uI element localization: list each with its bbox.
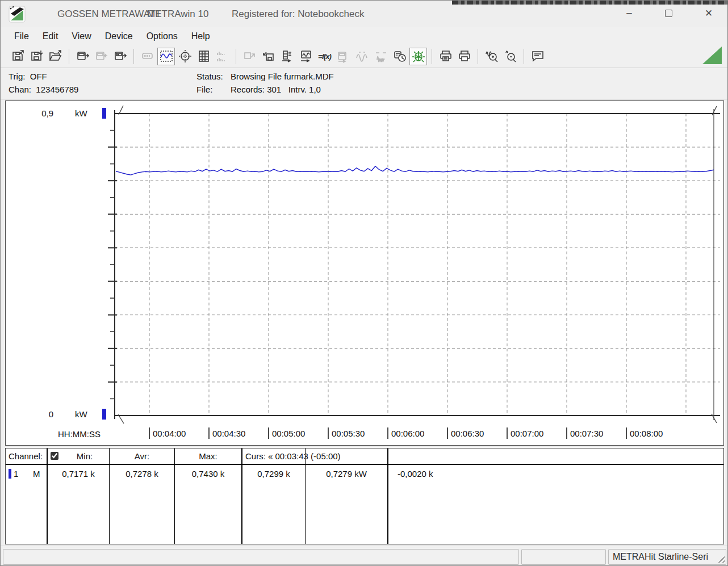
open-file-icon[interactable] [47, 48, 64, 65]
chart-panel: 00:04:0000:04:3000:05:0000:05:3000:06:00… [5, 100, 724, 446]
resize-grip[interactable] [716, 554, 725, 563]
connected-device-label: METRAHit Starline-Seri [613, 552, 708, 562]
print-icon[interactable] [455, 48, 473, 65]
device-monitor-icon[interactable] [297, 48, 315, 65]
time-settings-icon[interactable] [391, 48, 408, 65]
yt-chart-icon[interactable] [157, 48, 175, 65]
gossen-metrawatt-logo-icon [9, 6, 26, 23]
toolbar-separator [133, 49, 134, 64]
close-button[interactable]: ✕ [696, 1, 722, 26]
table-divider [387, 448, 388, 544]
read-device-memory-icon[interactable] [111, 48, 129, 65]
y-axis-min-unit: kW [75, 409, 87, 419]
y-axis-max-label: 0,9 [33, 108, 53, 118]
channel-status: Chan: 123456789 [9, 85, 78, 94]
toolbar: =f(x) [1, 45, 727, 68]
status-bar: METRAHit Starline-Seri [1, 546, 727, 566]
pulse-view-icon [372, 48, 390, 65]
x-tick-label: 00:06:00 [391, 429, 424, 438]
print-preview-icon[interactable] [437, 48, 454, 65]
status-value: Browsing File furmark.MDF [231, 72, 334, 81]
menu-file[interactable]: File [7, 30, 36, 43]
debug-bug-icon[interactable] [409, 48, 427, 65]
statusbar-device-panel: METRAHit Starline-Seri [608, 549, 726, 565]
table-divider [241, 448, 242, 544]
x-axis-format-label: HH:MM:SS [58, 429, 101, 439]
menu-view[interactable]: View [65, 30, 98, 43]
brand-title: GOSSEN METRAWATT [57, 9, 161, 20]
maximize-icon [665, 10, 672, 17]
measurement-table: Channel: Min: Avr: Max: Curs: « 00:03:43… [5, 448, 724, 544]
minimize-button[interactable]: – [616, 1, 642, 26]
device-values-icon[interactable] [278, 48, 296, 65]
menu-help[interactable]: Help [185, 30, 217, 43]
x-tick-label: 00:04:30 [212, 429, 245, 438]
read-from-device-icon[interactable] [74, 48, 91, 65]
background-window-edge [452, 1, 728, 5]
save-file-icon[interactable] [9, 48, 27, 65]
x-tick-label: 00:04:00 [153, 429, 186, 438]
toolbar-separator [236, 49, 236, 64]
xy-chart-icon[interactable] [176, 48, 194, 65]
x-tick-label: 00:07:00 [511, 429, 543, 438]
min-value: 0,7171 k [48, 469, 109, 479]
x-tick-label: 00:06:30 [451, 429, 484, 438]
col-header-avr: Avr: [110, 451, 174, 461]
channel-number: 1 [14, 469, 18, 479]
status-label: Status: [196, 72, 223, 81]
channel1-axis-marker-bottom [102, 409, 106, 420]
table-divider [109, 448, 110, 544]
table-view-icon[interactable] [195, 48, 212, 65]
max-value: 0,7430 k [175, 469, 241, 479]
x-tick-label: 00:07:30 [570, 429, 603, 438]
info-bar: Trig: OFF Chan: 123456789 Status: Browsi… [1, 68, 727, 99]
wave-cursor-icon [353, 48, 371, 65]
channel-visible-checkbox[interactable] [51, 452, 58, 460]
channel1-color-marker [9, 469, 11, 479]
x-tick-label: 00:08:00 [630, 429, 663, 438]
toolbar-separator [478, 49, 478, 64]
save-file-as-icon[interactable] [28, 48, 45, 65]
device-config-icon [334, 48, 352, 65]
statusbar-extra-panel [521, 549, 606, 565]
avr-value: 0,7278 k [110, 469, 174, 479]
comment-icon[interactable] [529, 48, 546, 65]
green-corner-triangle-icon [702, 47, 722, 64]
channel1-data-line [116, 166, 714, 175]
cursor2-value: 0,7279 kW [306, 469, 387, 479]
table-header-divider [6, 464, 723, 465]
trigger-status: Trig: OFF [9, 72, 47, 81]
zoom-out-icon[interactable] [501, 48, 519, 65]
cursor-delta-value: -0,0020 k [398, 469, 433, 479]
registered-label: Registered for: Notebookcheck [232, 9, 364, 20]
histogram-icon [214, 48, 231, 65]
x-tick-label: 00:05:30 [332, 429, 365, 438]
col-header-min: Min: [60, 451, 109, 461]
menu-bar: File Edit View Device Options Help [1, 27, 727, 45]
title-bar: GOSSEN METRAWATT METRAwin 10 Registered … [1, 1, 727, 27]
file-label: File: [196, 85, 212, 94]
file-value: Records: 301 Intrv. 1,0 [231, 85, 321, 94]
table-divider [305, 448, 306, 544]
menu-device[interactable]: Device [98, 30, 140, 43]
zoom-in-icon[interactable] [483, 48, 500, 65]
store-to-device-icon[interactable] [260, 48, 277, 65]
col-header-channel: Channel: [9, 451, 43, 461]
table-divider [174, 448, 175, 544]
numeric-display-icon [139, 48, 156, 65]
table-divider [47, 448, 48, 544]
file-transfer-icon [241, 48, 258, 65]
col-header-cursor: Curs: « 00:03:43 (-05:00) [245, 451, 341, 461]
menu-edit[interactable]: Edit [36, 30, 65, 43]
x-tick-label: 00:05:00 [272, 429, 305, 438]
maximize-button[interactable] [655, 1, 681, 26]
col-header-max: Max: [175, 451, 241, 461]
app-title: METRAwin 10 [147, 9, 208, 20]
toolbar-separator [432, 49, 432, 64]
menu-options[interactable]: Options [140, 30, 185, 43]
cursor1-value: 0,7299 k [242, 469, 305, 479]
app-window: GOSSEN METRAWATT METRAwin 10 Registered … [0, 0, 728, 566]
chart-plot-area[interactable]: 00:04:0000:04:3000:05:0000:05:3000:06:00… [6, 101, 723, 445]
formula-icon[interactable]: =f(x) [316, 48, 333, 65]
channel-mode: M [33, 469, 40, 479]
